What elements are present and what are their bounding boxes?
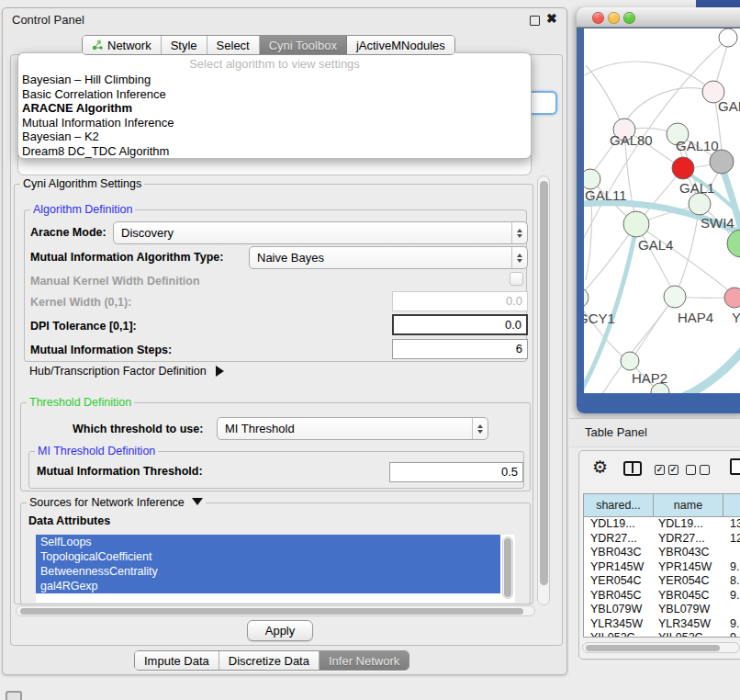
data-attributes-label: Data Attributes <box>28 511 110 531</box>
mi-steps-field[interactable]: 6 <box>392 339 528 359</box>
mi-algorithm-type-combobox[interactable]: Naive Bayes <box>249 246 528 269</box>
network-node-gal11[interactable] <box>584 169 600 189</box>
tab-select[interactable]: Select <box>207 36 260 54</box>
table-row[interactable]: YBR045CYBR045C9. <box>584 589 740 604</box>
network-node-labels: GALGAL80GAL10GAL1GAL11SWI4GAL4GCY1HAP4YH… <box>584 98 740 386</box>
dropdown-item[interactable]: Bayesian – Hill Climbing <box>18 73 531 87</box>
network-edge-highlighted <box>668 343 740 393</box>
scrollbar-thumb[interactable] <box>540 181 548 585</box>
settings-vertical-scrollbar[interactable] <box>537 175 550 605</box>
network-graph: GALGAL80GAL10GAL1GAL11SWI4GAL4GCY1HAP4YH… <box>584 28 740 393</box>
network-node[interactable] <box>719 28 737 47</box>
attribute-list-item[interactable]: SelfLoops <box>36 535 500 549</box>
network-node-gal1[interactable] <box>672 157 694 179</box>
tab-style[interactable]: Style <box>162 36 207 54</box>
network-view-window: GALGAL80GAL10GAL1GAL11SWI4GAL4GCY1HAP4YH… <box>577 7 740 413</box>
tab-cyni-toolbox[interactable]: Cyni Toolbox <box>260 36 347 54</box>
table-header-row: shared...name <box>584 494 740 517</box>
network-node-gcy1[interactable] <box>584 288 589 308</box>
mi-threshold-field[interactable]: 0.5 <box>389 462 523 482</box>
column-header[interactable] <box>723 494 740 517</box>
minimized-panel-icon[interactable] <box>6 691 22 700</box>
stepper-arrows-icon[interactable] <box>511 247 527 268</box>
table-row[interactable]: YDL19...YDL19...13 <box>584 517 740 532</box>
network-icon <box>92 40 103 51</box>
triangle-down-icon[interactable] <box>192 498 203 505</box>
close-icon[interactable]: ✖ <box>546 11 557 26</box>
node-label: GAL <box>718 98 740 114</box>
table-row[interactable]: YPR145WYPR145W9. <box>584 560 740 575</box>
table-horizontal-scrollbar[interactable] <box>582 642 740 653</box>
table-row[interactable]: YBL079WYBL079W <box>584 603 740 617</box>
table-row[interactable]: YER054CYER054C8. <box>584 574 740 589</box>
table-row[interactable]: YIL052CYIL052C9. <box>584 631 740 637</box>
stepper-arrows-icon[interactable] <box>472 418 488 439</box>
checked-checkbox-icon[interactable]: ✓ <box>655 465 665 475</box>
which-threshold-combobox[interactable]: MI Threshold <box>217 417 488 440</box>
kernel-width-field[interactable]: 0.0 <box>392 291 528 311</box>
minimize-traffic-light-icon[interactable] <box>608 12 620 24</box>
mi-threshold-definition-group: MI Threshold Definition Mutual Informati… <box>28 451 524 489</box>
stepper-arrows-icon[interactable] <box>511 222 527 243</box>
table-row[interactable]: YDR27...YDR27...12 <box>584 532 740 547</box>
tab-discretize-data[interactable]: Discretize Data <box>219 651 320 670</box>
network-node-hap4[interactable] <box>664 286 686 308</box>
dropdown-item[interactable]: Bayesian – K2 <box>18 130 531 144</box>
dropdown-item[interactable]: ARACNE Algorithm <box>18 101 531 116</box>
sources-group-title[interactable]: Sources for Network Inference <box>27 496 206 509</box>
gear-icon[interactable]: ⚙ <box>592 457 608 478</box>
dropdown-item[interactable]: Dream8 DC_TDC Algorithm <box>18 144 531 159</box>
float-window-icon[interactable] <box>530 16 540 26</box>
table-cell: YIL052C <box>584 631 654 637</box>
network-node-y[interactable] <box>724 288 740 308</box>
tab-infer-network[interactable]: Infer Network <box>320 651 409 670</box>
network-canvas[interactable]: GALGAL80GAL10GAL1GAL11SWI4GAL4GCY1HAP4YH… <box>584 28 740 393</box>
checked-checkbox-icon[interactable]: ✓ <box>668 465 678 475</box>
network-window-titlebar[interactable] <box>577 7 740 28</box>
attribute-list-item[interactable]: TopologicalCoefficient <box>36 549 500 564</box>
attributes-listbox[interactable]: SelfLoopsTopologicalCoefficientBetweenne… <box>36 535 515 603</box>
settings-group-title: Cyni Algorithm Settings <box>20 177 144 190</box>
column-header[interactable]: shared... <box>584 494 654 517</box>
table-row[interactable]: YBR043CYBR043C <box>584 546 740 560</box>
scrollbar-thumb[interactable] <box>586 645 720 651</box>
combobox-fragment[interactable] <box>528 91 557 115</box>
table-row[interactable]: YLR345WYLR345W9. <box>584 617 740 632</box>
unchecked-checkbox-icon[interactable] <box>700 465 710 475</box>
chevron-right-icon[interactable] <box>216 366 224 377</box>
attribute-list-item[interactable]: gal4RGexp <box>36 579 500 593</box>
attribute-list-item[interactable]: BetweennessCentrality <box>36 564 500 579</box>
network-node-hap2[interactable] <box>621 352 639 370</box>
scrollbar-thumb[interactable] <box>20 608 523 615</box>
table-cell: YER054C <box>584 574 654 589</box>
dropdown-item[interactable]: Mutual Information Inference <box>18 116 531 130</box>
close-traffic-light-icon[interactable] <box>592 12 604 24</box>
table-cell: YER054C <box>654 574 723 589</box>
kernel-width-label: Kernel Width (0,1): <box>30 292 131 312</box>
which-threshold-value: MI Threshold <box>218 422 472 435</box>
node-label: GAL1 <box>679 180 714 196</box>
aracne-mode-combobox[interactable]: Discovery <box>113 221 528 244</box>
control-panel-window: Control Panel ✖ NetworkStyleSelectCyni T… <box>2 7 567 675</box>
tab-impute-data[interactable]: Impute Data <box>135 651 219 670</box>
network-node-gal4[interactable] <box>623 211 649 237</box>
settings-horizontal-scrollbar[interactable] <box>16 605 535 616</box>
columns-icon[interactable] <box>623 461 642 476</box>
column-header[interactable]: name <box>654 494 723 517</box>
scrollbar-thumb[interactable] <box>504 538 511 597</box>
hub-section-toggle[interactable]: Hub/Transcription Factor Definition <box>29 365 224 381</box>
tab-label: Discretize Data <box>229 654 309 668</box>
network-node-swi4[interactable] <box>689 193 711 215</box>
file-icon[interactable] <box>730 458 740 475</box>
zoom-traffic-light-icon[interactable] <box>623 12 635 24</box>
tab-network[interactable]: Network <box>83 36 162 54</box>
listbox-scrollbar[interactable] <box>502 536 513 599</box>
dpi-tolerance-label: DPI Tolerance [0,1]: <box>30 316 137 336</box>
dropdown-item[interactable]: Basic Correlation Inference <box>18 87 531 102</box>
tab-jactivemnodules[interactable]: jActiveMNodules <box>347 36 454 54</box>
unchecked-checkbox-icon[interactable] <box>686 465 696 475</box>
table-cell <box>723 546 740 560</box>
manual-kernel-width-checkbox[interactable] <box>510 272 523 286</box>
apply-button[interactable]: Apply <box>247 620 313 641</box>
dpi-tolerance-field[interactable]: 0.0 <box>392 314 528 335</box>
